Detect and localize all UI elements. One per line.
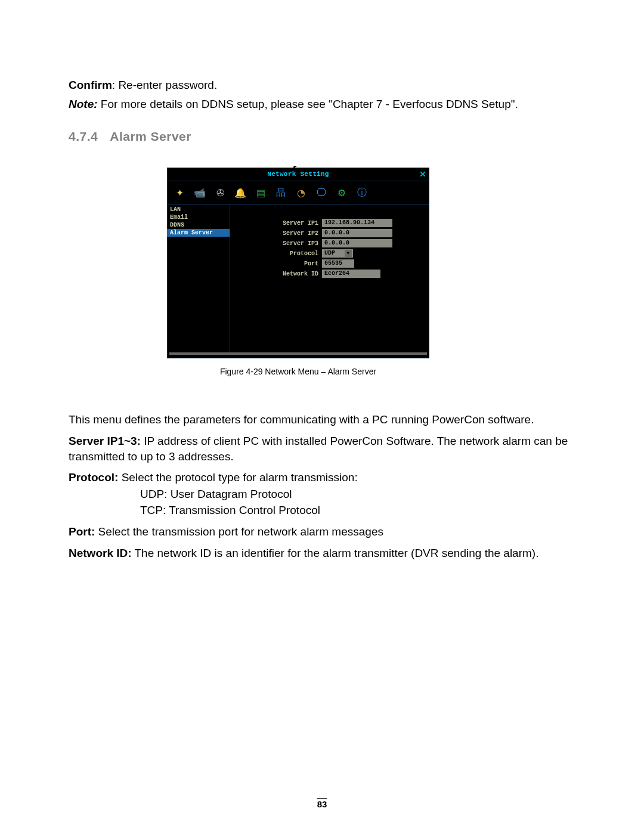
chevron-down-icon: ▼ xyxy=(345,250,352,257)
desc-protocol-label: Protocol: xyxy=(69,471,118,484)
system-gear-icon[interactable]: ⚙ xyxy=(335,186,348,199)
network-icon[interactable]: 品 xyxy=(274,186,287,199)
confirm-text: : Re-enter password. xyxy=(112,79,217,91)
port-label: Port xyxy=(235,261,322,267)
description-block: This menu defines the parameters for com… xyxy=(69,412,575,561)
figure-caption: Figure 4-29 Network Menu – Alarm Server xyxy=(167,367,429,376)
desc-networkid-label: Network ID: xyxy=(69,547,132,559)
close-button[interactable]: ✕ xyxy=(419,170,427,178)
network-id-label: Network ID xyxy=(235,271,322,277)
server-ip1-input[interactable]: 192.168.90.134 xyxy=(322,219,392,227)
scrollbar-track[interactable] xyxy=(169,352,427,355)
schedule-icon[interactable]: ▤ xyxy=(254,186,267,199)
form-content: Server IP1 192.168.90.134 Server IP2 0.0… xyxy=(230,205,429,352)
wand-icon[interactable]: ✦ xyxy=(173,186,186,199)
server-ip3-input[interactable]: 0.0.0.0 xyxy=(322,239,392,247)
sidebar-item-ddns[interactable]: DDNS xyxy=(167,221,230,229)
window-title: Network Setting xyxy=(267,171,329,178)
server-ip2-label: Server IP2 xyxy=(235,230,322,237)
desc-protocol: Protocol: Select the protocol type for a… xyxy=(69,470,575,485)
protocol-label: Protocol xyxy=(235,250,322,257)
sidebar-item-email[interactable]: Email xyxy=(167,213,230,221)
confirm-label: Confirm xyxy=(69,79,112,91)
bell-icon[interactable]: 🔔 xyxy=(234,186,247,199)
sidebar: LAN Email DDNS Alarm Server xyxy=(167,205,230,352)
camera-icon[interactable]: 📹 xyxy=(193,186,206,199)
page-number: 83 xyxy=(0,798,644,809)
section-number: 4.7.4 xyxy=(69,129,98,143)
sidebar-item-lan[interactable]: LAN xyxy=(167,206,230,213)
protocol-select[interactable]: UDP ▼ xyxy=(322,249,353,258)
desc-protocol-udp: UDP: User Datagram Protocol xyxy=(69,487,575,502)
desc-port-text: Select the transmission port for network… xyxy=(95,525,383,538)
protocol-value: UDP xyxy=(324,250,335,257)
desc-serverip: Server IP1~3: IP address of client PC wi… xyxy=(69,433,575,464)
port-input[interactable]: 65535 xyxy=(322,259,354,268)
server-ip2-input[interactable]: 0.0.0.0 xyxy=(322,229,392,237)
desc-networkid-text: The network ID is an identifier for the … xyxy=(132,547,539,559)
section-title: Alarm Server xyxy=(110,129,191,143)
desc-protocol-tcp: TCP: Transmission Control Protocol xyxy=(69,503,575,518)
disk-icon[interactable]: ◔ xyxy=(295,186,308,199)
window-toolbar: ✦ 📹 ✇ 🔔 ▤ 品 ◔ 🖵 ⚙ ⓘ xyxy=(167,181,429,205)
figure-wrap: ↖ Network Setting ✕ ✦ 📹 ✇ 🔔 ▤ 品 ◔ 🖵 ⚙ ⓘ … xyxy=(167,168,429,376)
note-line: Note: For more details on DDNS setup, pl… xyxy=(69,97,575,112)
confirm-line: Confirm: Re-enter password. xyxy=(69,78,575,93)
server-ip1-label: Server IP1 xyxy=(235,220,322,227)
desc-protocol-text: Select the protocol type for alarm trans… xyxy=(118,471,357,484)
section-heading: 4.7.4Alarm Server xyxy=(69,129,575,144)
note-label: Note: xyxy=(69,98,98,110)
desc-networkid: Network ID: The network ID is an identif… xyxy=(69,546,575,561)
reel-icon[interactable]: ✇ xyxy=(213,186,227,199)
desc-serverip-label: Server IP1~3: xyxy=(69,435,141,447)
server-ip3-label: Server IP3 xyxy=(235,240,322,247)
info-icon[interactable]: ⓘ xyxy=(355,186,369,199)
desc-serverip-text: IP address of client PC with installed P… xyxy=(69,435,568,463)
note-text: For more details on DDNS setup, please s… xyxy=(98,98,518,110)
sidebar-item-alarm-server[interactable]: Alarm Server xyxy=(167,229,230,237)
window-titlebar: Network Setting ✕ xyxy=(167,168,429,181)
network-id-input[interactable]: Ecor264 xyxy=(322,270,380,278)
display-icon[interactable]: 🖵 xyxy=(315,186,328,199)
desc-intro: This menu defines the parameters for com… xyxy=(69,412,575,428)
desc-port-label: Port: xyxy=(69,525,95,538)
desc-port: Port: Select the transmission port for n… xyxy=(69,524,575,540)
network-setting-window: ↖ Network Setting ✕ ✦ 📹 ✇ 🔔 ▤ 品 ◔ 🖵 ⚙ ⓘ … xyxy=(167,168,429,358)
